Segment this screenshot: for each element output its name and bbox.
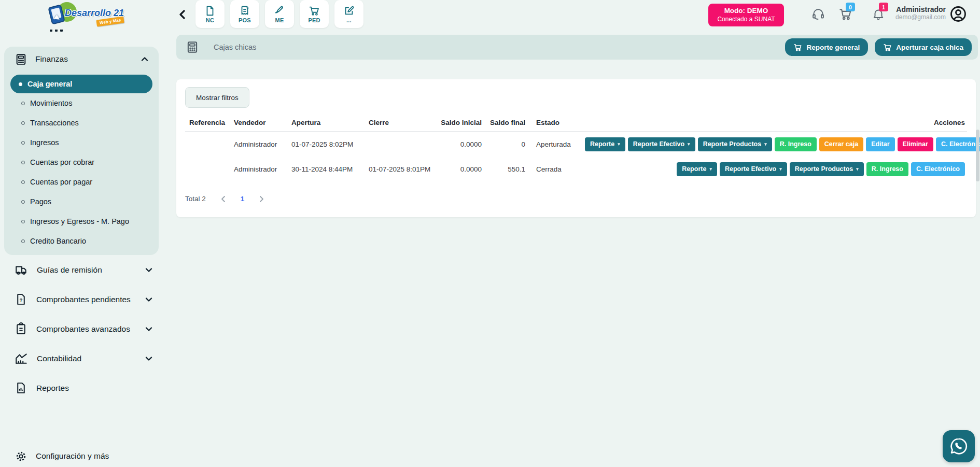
pagination-page-1[interactable]: 1 — [241, 195, 245, 203]
sidebar-item-cuentas-por-pagar[interactable]: Cuentas por pagar — [4, 172, 159, 192]
r-ingreso-button[interactable]: R. Ingreso — [775, 137, 817, 151]
chevron-down-icon — [145, 327, 152, 332]
cart-badge: 0 — [846, 3, 855, 11]
headset-icon — [811, 7, 825, 21]
reporte-general-button[interactable]: Reporte general — [785, 38, 868, 56]
cerrar-caja-button[interactable]: Cerrar caja — [819, 137, 863, 151]
shortcut-nc[interactable]: NC — [195, 0, 225, 28]
sidebar-item-label: Transacciones — [30, 119, 79, 127]
sidebar-item-label: Cuentas por cobrar — [30, 158, 94, 166]
column-header-apertura: Apertura — [287, 119, 365, 126]
sidebar-item-caja-general[interactable]: Caja general — [10, 75, 152, 93]
sidebar-item-ingresos[interactable]: Ingresos — [4, 133, 159, 152]
cell-apertura: 01-07-2025 8:02PM — [287, 140, 365, 148]
shortcut-ped[interactable]: PED — [300, 0, 329, 28]
page-header-band: Cajas chicas Reporte general Aperturar c… — [176, 35, 978, 60]
sidebar-item-label: Contabilidad — [37, 354, 145, 363]
sidebar-item-comprobantes-avanzados[interactable]: Comprobantes avanzados — [0, 314, 164, 344]
app-logo[interactable]: Desarrollo 21 Web y Más — [46, 2, 129, 28]
c-electronico-button[interactable]: C. Electrónico — [911, 162, 965, 176]
table-row: Administrador 30-11-2024 8:44PM 01-07-20… — [185, 157, 967, 181]
cell-estado: Cerrada — [529, 165, 581, 173]
r-ingreso-button[interactable]: R. Ingreso — [866, 162, 908, 176]
cell-cierre: 01-07-2025 8:01PM — [365, 165, 430, 173]
gear-icon — [15, 450, 27, 463]
shortcut-me[interactable]: ME — [265, 0, 294, 28]
sidebar-item-label: Ingresos y Egresos - M. Pago — [30, 217, 129, 225]
pagination: Total 2 1 — [185, 195, 967, 203]
reporte-productos-dropdown-button[interactable]: Reporte Productos — [698, 137, 772, 151]
cell-apertura: 30-11-2024 8:44PM — [287, 165, 365, 173]
mode-line2: Conectado a SUNAT — [717, 16, 775, 23]
calculator-icon — [186, 40, 199, 54]
notifications-button[interactable]: 1 — [872, 7, 885, 21]
scrollbar-thumb[interactable] — [976, 130, 979, 181]
pen-icon — [274, 5, 285, 17]
cell-saldo-inicial: 0.0000 — [430, 140, 486, 148]
sidebar-group-label: Finanzas — [35, 54, 141, 64]
cajas-chicas-card: Mostrar filtros Referencia Vendedor Aper… — [176, 79, 976, 217]
shortcut-more[interactable]: ... — [334, 0, 363, 28]
chevron-down-icon — [145, 297, 152, 302]
cart-icon — [309, 5, 320, 17]
demo-mode-badge[interactable]: Modo: DEMO Conectado a SUNAT — [708, 4, 784, 26]
user-name: Administrador — [895, 5, 946, 13]
cell-saldo-final: 550.1 — [486, 165, 529, 173]
reporte-efectivo-dropdown-button[interactable]: Reporte Efectivo — [628, 137, 695, 151]
calculator-icon — [15, 53, 27, 66]
shortcut-pos[interactable]: POS — [230, 0, 259, 28]
sidebar-item-reportes[interactable]: Reportes — [0, 373, 164, 403]
sidebar-item-label: Cuentas por pagar — [30, 178, 92, 186]
button-label: Reporte general — [806, 44, 860, 51]
sidebar-group-finanzas-header[interactable]: Finanzas — [4, 50, 159, 68]
avatar[interactable] — [949, 5, 968, 23]
support-button[interactable] — [811, 7, 825, 21]
clipboard-icon — [15, 322, 27, 335]
sidebar-item-label: Caja general — [27, 80, 72, 88]
person-circle-icon — [949, 5, 968, 23]
sidebar-item-credito-bancario[interactable]: Credito Bancario — [4, 231, 159, 251]
sidebar: Finanzas Caja general Movimientos Transa… — [0, 30, 164, 467]
reporte-productos-dropdown-button[interactable]: Reporte Productos — [790, 162, 864, 176]
reporte-efectivo-dropdown-button[interactable]: Reporte Efectivo — [720, 162, 787, 176]
sidebar-item-pagos[interactable]: Pagos — [4, 192, 159, 211]
sidebar-collapse-button[interactable] — [175, 7, 189, 22]
whatsapp-button[interactable] — [943, 430, 975, 462]
shortcut-label: PED — [308, 17, 320, 23]
sidebar-item-ingresos-egresos-m-pago[interactable]: Ingresos y Egresos - M. Pago — [4, 211, 159, 231]
editar-button[interactable]: Editar — [866, 137, 894, 151]
cajas-table: Referencia Vendedor Apertura Cierre Sald… — [185, 114, 967, 181]
main-content: Cajas chicas Reporte general Aperturar c… — [164, 30, 980, 467]
sidebar-item-transacciones[interactable]: Transacciones — [4, 113, 159, 133]
aperturar-caja-chica-button[interactable]: Aperturar caja chica — [875, 38, 972, 56]
pagination-prev-button[interactable] — [220, 195, 226, 203]
c-electronico-button[interactable]: C. Electrónico — [936, 137, 980, 151]
whatsapp-icon — [949, 436, 969, 456]
reporte-dropdown-button[interactable]: Reporte — [677, 162, 717, 176]
user-menu[interactable]: Administrador demo@gmail.com — [895, 5, 946, 21]
column-header-saldo-inicial: Saldo inicial — [430, 119, 486, 126]
cart-button[interactable]: 0 — [838, 7, 852, 21]
bullet-outline-icon — [21, 180, 25, 184]
sidebar-group-finanzas: Finanzas Caja general Movimientos Transa… — [4, 47, 159, 255]
sidebar-item-comprobantes-pendientes[interactable]: ? Comprobantes pendientes — [0, 285, 164, 314]
bullet-outline-icon — [21, 220, 25, 223]
chevron-down-icon — [145, 356, 152, 361]
notifications-badge: 1 — [879, 3, 888, 11]
sidebar-item-guias-de-remision[interactable]: Guías de remisión — [0, 255, 164, 285]
sidebar-item-configuracion[interactable]: Configuración y más — [0, 445, 164, 467]
bullet-outline-icon — [21, 102, 25, 105]
sidebar-item-movimientos[interactable]: Movimientos — [4, 93, 159, 113]
sidebar-item-label: Comprobantes pendientes — [36, 295, 145, 304]
reporte-dropdown-button[interactable]: Reporte — [585, 137, 625, 151]
sidebar-item-label: Ingresos — [30, 138, 59, 147]
mostrar-filtros-button[interactable]: Mostrar filtros — [185, 87, 249, 108]
quick-access-toolbar: NC POS ME PED ... — [195, 0, 363, 28]
button-label: Aperturar caja chica — [896, 44, 963, 51]
bullet-outline-icon — [21, 200, 25, 204]
eliminar-button[interactable]: Eliminar — [898, 137, 933, 151]
sidebar-item-cuentas-por-cobrar[interactable]: Cuentas por cobrar — [4, 152, 159, 172]
column-header-estado: Estado — [529, 119, 581, 126]
pagination-next-button[interactable] — [259, 195, 264, 203]
sidebar-item-contabilidad[interactable]: Contabilidad — [0, 344, 164, 373]
